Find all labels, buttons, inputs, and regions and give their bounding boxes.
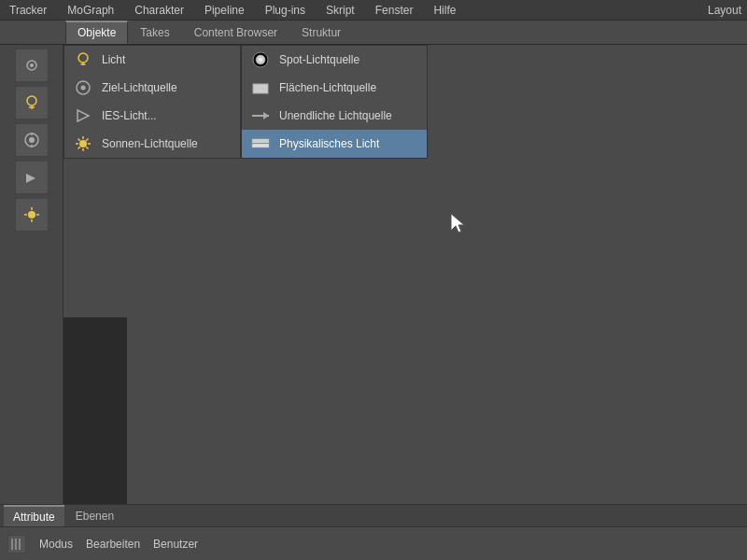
attr-user-label[interactable]: Benutzer	[153, 538, 198, 551]
svg-point-1	[30, 63, 34, 67]
svg-point-6	[29, 137, 35, 143]
menu-charakter[interactable]: Charakter	[131, 2, 188, 19]
menu-tracker[interactable]: Tracker	[6, 2, 50, 19]
viewport-dark	[63, 317, 127, 504]
menu-pipeline[interactable]: Pipeline	[201, 2, 248, 19]
obj-label-ziel: Ziel-Lichtquelle	[102, 81, 177, 94]
obj-item-sonne[interactable]: Sonnen-Lichtquelle	[64, 130, 240, 158]
submenu: Spot-Lichtquelle Flächen-Lichtquelle Une…	[241, 45, 428, 159]
svg-line-26	[78, 139, 80, 141]
svg-rect-33	[253, 84, 268, 93]
svg-line-27	[86, 147, 88, 148]
svg-rect-37	[252, 144, 269, 147]
obj-item-ies[interactable]: IES-Licht...	[64, 102, 240, 130]
tab-takes[interactable]: Takes	[128, 21, 181, 44]
svg-point-15	[78, 53, 88, 63]
svg-point-2	[27, 96, 36, 105]
tab-bar: Objekte Takes Content Browser Struktur	[0, 21, 747, 45]
svg-rect-42	[19, 539, 21, 550]
attr-mode-label[interactable]: Modus	[39, 538, 73, 551]
left-icon-camera[interactable]	[15, 49, 49, 82]
tab-attribute[interactable]: Attribute	[4, 505, 64, 526]
physical-icon	[249, 133, 272, 155]
objects-dropdown: Licht Ziel-Lichtquelle IES-Licht...	[63, 45, 241, 159]
tab-struktur[interactable]: Struktur	[289, 21, 353, 44]
menu-bar: Tracker MoGraph Charakter Pipeline Plug-…	[0, 0, 747, 21]
bottom-panel: Attribute Ebenen Modus Bearbeiten Benutz…	[0, 504, 747, 560]
sun-icon	[72, 133, 94, 155]
sub-item-spot[interactable]: Spot-Lichtquelle	[242, 46, 427, 74]
target-icon	[72, 77, 94, 99]
obj-label-licht: Licht	[102, 53, 125, 66]
left-icon-target[interactable]	[15, 123, 49, 157]
menu-fenster[interactable]: Fenster	[372, 2, 417, 19]
ies-icon	[72, 105, 94, 127]
layout-label: Layout	[708, 4, 741, 17]
tab-ebenen[interactable]: Ebenen	[66, 505, 123, 526]
main-area: Licht Ziel-Lichtquelle IES-Licht...	[63, 45, 747, 504]
attr-tab-bar: Attribute Ebenen	[0, 505, 747, 527]
area-icon	[249, 77, 272, 99]
menu-hilfe[interactable]: Hilfe	[430, 2, 459, 19]
tab-objekte[interactable]: Objekte	[65, 21, 128, 44]
spot-icon	[249, 49, 272, 71]
svg-rect-40	[11, 539, 13, 550]
left-icon-sun[interactable]	[15, 198, 49, 231]
svg-marker-35	[263, 112, 269, 119]
attr-toolbar: Modus Bearbeiten Benutzer	[0, 527, 747, 560]
menu-mograph[interactable]: MoGraph	[63, 2, 118, 19]
sub-item-infinite[interactable]: Unendliche Lichtquelle	[242, 102, 427, 130]
sub-label-area: Flächen-Lichtquelle	[279, 81, 376, 94]
svg-point-32	[259, 58, 262, 62]
obj-item-licht[interactable]: Licht	[64, 46, 240, 74]
sub-label-infinite: Unendliche Lichtquelle	[279, 109, 392, 122]
svg-marker-20	[78, 110, 89, 121]
svg-point-10	[28, 211, 35, 218]
svg-point-21	[79, 140, 87, 147]
attr-tool-grip	[7, 535, 26, 553]
bulb-icon	[72, 49, 94, 71]
obj-item-ziel[interactable]: Ziel-Lichtquelle	[64, 74, 240, 102]
infinite-icon	[249, 105, 272, 127]
svg-marker-9	[26, 174, 35, 183]
tab-content-browser[interactable]: Content Browser	[182, 21, 289, 44]
left-icon-arrow[interactable]	[15, 161, 49, 194]
svg-point-19	[81, 86, 86, 91]
svg-rect-41	[15, 539, 17, 550]
left-icon-bulb[interactable]	[15, 86, 49, 119]
menu-plugins[interactable]: Plug-ins	[261, 2, 309, 19]
attr-edit-label[interactable]: Bearbeiten	[86, 538, 140, 551]
left-panel	[0, 45, 63, 560]
obj-label-sonne: Sonnen-Lichtquelle	[102, 137, 198, 150]
svg-line-28	[86, 139, 88, 141]
sub-item-area[interactable]: Flächen-Lichtquelle	[242, 74, 427, 102]
svg-line-29	[78, 147, 80, 148]
obj-label-ies: IES-Licht...	[102, 109, 157, 122]
sub-label-spot: Spot-Lichtquelle	[279, 53, 359, 66]
sub-label-physical: Physikalisches Licht	[279, 137, 379, 150]
menu-skript[interactable]: Skript	[322, 2, 359, 19]
sub-item-physical[interactable]: Physikalisches Licht	[242, 130, 427, 158]
